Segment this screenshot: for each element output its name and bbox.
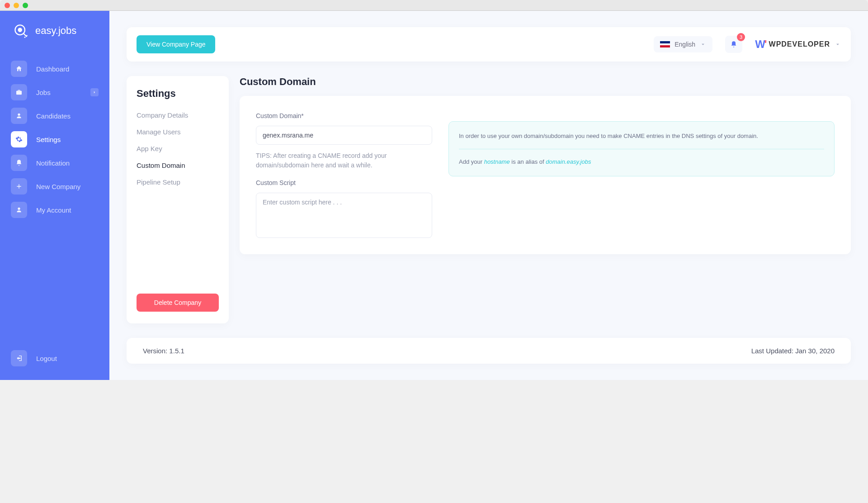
sidebar-item-candidates[interactable]: Candidates <box>11 108 99 124</box>
custom-domain-input[interactable] <box>256 126 432 145</box>
chevron-down-icon <box>700 41 706 47</box>
delete-company-button[interactable]: Delete Company <box>137 294 219 312</box>
brand-text: easy.jobs <box>35 25 76 37</box>
home-icon <box>11 61 27 77</box>
sidebar-item-dashboard[interactable]: Dashboard <box>11 61 99 77</box>
svg-point-1 <box>19 28 22 32</box>
form-card: Custom Domain* TIPS: After creating a CN… <box>240 96 851 254</box>
language-label: English <box>675 41 695 48</box>
settings-tab-company-details[interactable]: Company Details <box>137 111 219 119</box>
info-alias: Add your hostname is an alias of domain.… <box>459 157 824 166</box>
sidebar-item-my-account[interactable]: My Account <box>11 202 99 218</box>
company-selector[interactable]: W' WPDEVELOPER <box>755 38 841 51</box>
briefcase-icon <box>11 84 27 100</box>
bell-icon <box>730 41 737 48</box>
footer: Version: 1.5.1 Last Updated: Jan 30, 202… <box>127 338 851 364</box>
company-logo-icon: W' WPDEVELOPER <box>755 38 830 51</box>
notification-icon <box>11 155 27 171</box>
user-icon <box>11 108 27 124</box>
chevron-right-icon <box>90 88 99 96</box>
hostname-link: hostname <box>484 158 510 165</box>
maximize-window-icon[interactable] <box>23 3 28 8</box>
page-title: Custom Domain <box>240 76 851 88</box>
custom-domain-label: Custom Domain* <box>256 112 432 119</box>
plus-icon <box>11 178 27 195</box>
account-icon <box>11 202 27 218</box>
version-text: Version: 1.5.1 <box>143 347 184 355</box>
nav-label: Notification <box>36 159 70 167</box>
brand[interactable]: easy.jobs <box>0 11 109 52</box>
nav-label: Logout <box>36 355 57 362</box>
brand-icon <box>13 23 29 39</box>
custom-script-label: Custom Script <box>256 179 432 186</box>
sidebar-item-settings[interactable]: Settings <box>11 131 99 147</box>
tips-text: TIPS: After creating a CNAME record add … <box>256 151 432 170</box>
topbar: View Company Page English 3 W' WPDEVELOP… <box>127 27 851 62</box>
notification-button[interactable]: 3 <box>725 36 742 53</box>
settings-tab-app-key[interactable]: App Key <box>137 145 219 152</box>
settings-tab-pipeline-setup[interactable]: Pipeline Setup <box>137 178 219 186</box>
language-selector[interactable]: English <box>654 36 712 52</box>
main-content: View Company Page English 3 W' WPDEVELOP… <box>109 11 868 380</box>
custom-script-textarea[interactable] <box>256 193 432 238</box>
nav-label: Settings <box>36 136 61 143</box>
settings-title: Settings <box>137 88 219 100</box>
sidebar-item-logout[interactable]: Logout <box>11 350 99 366</box>
sidebar-item-notification[interactable]: Notification <box>11 155 99 171</box>
close-window-icon[interactable] <box>5 3 10 8</box>
info-box: In order to use your own domain/subdomai… <box>448 121 835 176</box>
window-chrome <box>0 0 868 11</box>
svg-point-3 <box>26 35 28 36</box>
settings-panel: Settings Company Details Manage Users Ap… <box>127 76 229 323</box>
nav-menu: Dashboard Jobs Candidates Settings Notif… <box>0 52 109 342</box>
sidebar-item-new-company[interactable]: New Company <box>11 178 99 195</box>
gear-icon <box>11 131 27 147</box>
settings-tab-manage-users[interactable]: Manage Users <box>137 128 219 136</box>
chevron-down-icon <box>835 41 841 47</box>
logout-icon <box>11 350 27 366</box>
view-company-button[interactable]: View Company Page <box>137 35 215 53</box>
nav-label: Candidates <box>36 112 71 120</box>
nav-label: My Account <box>36 206 71 214</box>
settings-tab-custom-domain[interactable]: Custom Domain <box>137 161 219 169</box>
sidebar-item-jobs[interactable]: Jobs <box>11 84 99 100</box>
info-text: In order to use your own domain/subdomai… <box>459 132 824 141</box>
notification-badge: 3 <box>737 33 745 41</box>
flag-icon <box>660 41 670 47</box>
nav-label: New Company <box>36 183 80 190</box>
nav-label: Dashboard <box>36 65 69 73</box>
nav-label: Jobs <box>36 89 51 96</box>
divider <box>459 149 824 149</box>
domain-link: domain.easy.jobs <box>546 158 591 165</box>
svg-point-2 <box>24 37 26 38</box>
sidebar: easy.jobs Dashboard Jobs Candidates Sett… <box>0 11 109 380</box>
minimize-window-icon[interactable] <box>14 3 19 8</box>
last-updated-text: Last Updated: Jan 30, 2020 <box>751 347 835 355</box>
